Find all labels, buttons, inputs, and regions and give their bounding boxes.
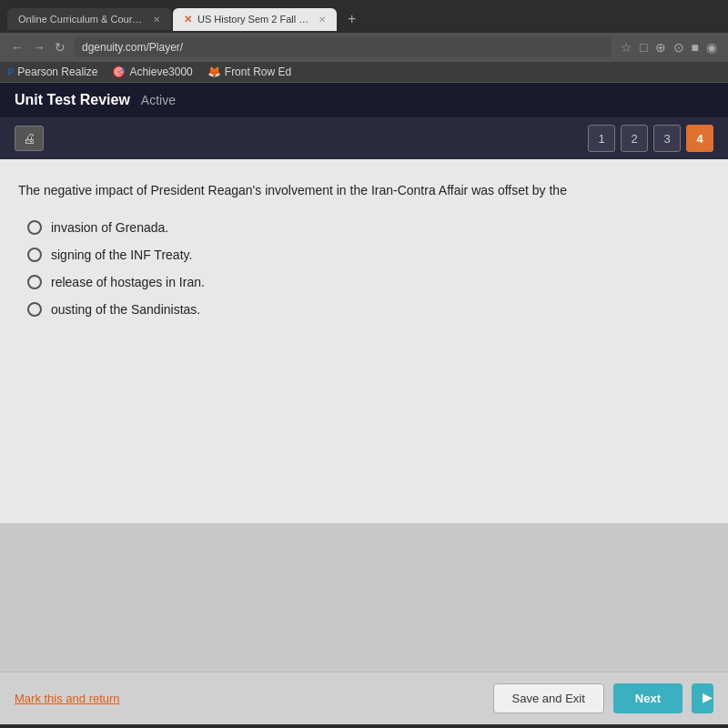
radio-c[interactable]	[27, 275, 42, 289]
option-a-text: invasion of Grenada.	[51, 220, 168, 235]
ext-icon-2: ⊕	[655, 40, 666, 55]
tab-1[interactable]: Online Curriculum & Coursework ✕	[7, 8, 171, 30]
bottom-buttons: Save and Exit Next ▶	[493, 683, 713, 713]
tab-1-close[interactable]: ✕	[153, 15, 160, 25]
tab-2-label: US History Sem 2 Fall 2020 - Ed	[197, 14, 309, 25]
quiz-title: Unit Test Review	[15, 92, 130, 108]
answer-options: invasion of Grenada. signing of the INF …	[18, 220, 710, 317]
bookmark-frontrow-label: Front Row Ed	[225, 66, 291, 78]
achieve-icon: 🎯	[112, 66, 126, 78]
question-text: The negative impact of President Reagan'…	[18, 181, 710, 200]
back-icon[interactable]: ←	[11, 40, 24, 55]
bookmarks-bar: P Pearson Realize 🎯 Achieve3000 🦊 Front …	[0, 62, 728, 83]
next-button[interactable]: Next	[613, 683, 682, 713]
ext-icon-1: □	[640, 40, 647, 55]
print-icon: 🖨	[23, 131, 35, 146]
nav-num-2[interactable]: 2	[621, 125, 648, 152]
forward-icon[interactable]: →	[33, 40, 46, 55]
tab-2[interactable]: ✕ US History Sem 2 Fall 2020 - Ed ✕	[173, 8, 337, 31]
star-icon[interactable]: ☆	[621, 40, 632, 55]
ext-icon-4: ■	[692, 40, 699, 55]
quiz-title-section: Unit Test Review Active	[15, 92, 176, 108]
question-area: The negative impact of President Reagan'…	[0, 159, 728, 523]
bottom-bar: Mark this and return Save and Exit Next …	[0, 672, 728, 724]
refresh-icon[interactable]: ↻	[55, 40, 66, 55]
bookmark-achieve-label: Achieve3000	[129, 66, 192, 78]
option-b-text: signing of the INF Treaty.	[51, 248, 192, 262]
address-icons: ☆ □ ⊕ ⊙ ■ ◉	[621, 40, 717, 55]
address-bar: ← → ↻ ☆ □ ⊕ ⊙ ■ ◉	[0, 33, 728, 62]
tab-bar: Online Curriculum & Coursework ✕ ✕ US Hi…	[0, 0, 728, 33]
option-b[interactable]: signing of the INF Treaty.	[27, 248, 710, 262]
browser-chrome: Online Curriculum & Coursework ✕ ✕ US Hi…	[0, 0, 728, 83]
nav-num-1[interactable]: 1	[588, 125, 615, 152]
option-d[interactable]: ousting of the Sandinistas.	[27, 302, 710, 317]
question-nav: 🖨 1 2 3 4	[0, 117, 728, 159]
nav-numbers: 1 2 3 4	[588, 125, 713, 152]
print-button[interactable]: 🖨	[15, 126, 44, 151]
mark-return-link[interactable]: Mark this and return	[15, 692, 120, 705]
tab-2-x-icon: ✕	[184, 14, 192, 25]
quiz-header: Unit Test Review Active	[0, 83, 728, 117]
option-c[interactable]: release of hostages in Iran.	[27, 275, 710, 289]
ext-icon-5: ◉	[706, 40, 717, 55]
radio-b[interactable]	[27, 248, 42, 262]
option-a[interactable]: invasion of Grenada.	[27, 220, 710, 235]
option-d-text: ousting of the Sandinistas.	[51, 302, 200, 317]
bookmark-frontrow[interactable]: 🦊 Front Row Ed	[207, 66, 291, 78]
content-area: Unit Test Review Active 🖨 1 2 3 4 The ne…	[0, 83, 728, 724]
active-badge: Active	[141, 93, 176, 107]
save-exit-button[interactable]: Save and Exit	[493, 683, 604, 713]
bookmark-pearson[interactable]: P Pearson Realize	[7, 66, 97, 78]
pearson-icon: P	[7, 66, 14, 77]
radio-a[interactable]	[27, 220, 42, 235]
nav-num-3[interactable]: 3	[653, 125, 681, 152]
frontrow-icon: 🦊	[207, 66, 221, 78]
ext-icon-3: ⊙	[673, 40, 684, 55]
bookmark-achieve[interactable]: 🎯 Achieve3000	[112, 66, 192, 78]
next-partial-button[interactable]: ▶	[692, 683, 713, 713]
option-c-text: release of hostages in Iran.	[51, 275, 205, 289]
address-input[interactable]	[75, 37, 612, 57]
radio-d[interactable]	[27, 302, 42, 317]
tab-1-label: Online Curriculum & Coursework	[18, 14, 144, 25]
tab-2-close[interactable]: ✕	[318, 15, 326, 25]
bookmark-pearson-label: Pearson Realize	[17, 66, 97, 78]
new-tab-button[interactable]: +	[339, 5, 365, 33]
nav-num-4[interactable]: 4	[686, 125, 713, 152]
